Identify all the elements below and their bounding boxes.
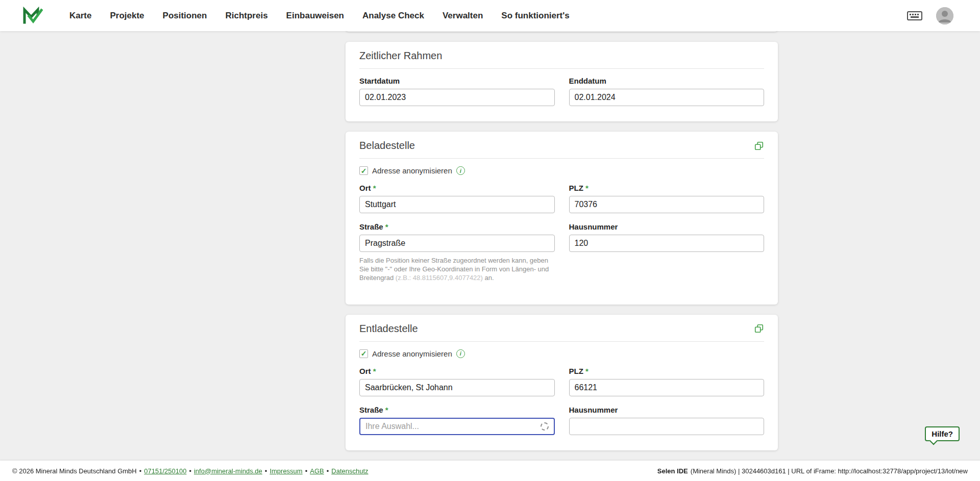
beladestelle-plz-input[interactable] <box>569 196 765 213</box>
copy-icon[interactable] <box>754 141 764 151</box>
separator: • <box>327 467 329 475</box>
entladestelle-plz-label: PLZ * <box>569 367 765 375</box>
required-asterisk: * <box>585 367 589 375</box>
nav-item-so-funktionierts[interactable]: So funktioniert's <box>501 11 569 21</box>
entladestelle-strasse-field: Straße * <box>359 406 555 435</box>
anonymize-label: Adresse anonymisieren <box>372 349 452 358</box>
nav-item-richtpreis[interactable]: Richtpreis <box>225 11 267 21</box>
loading-spinner-icon <box>541 422 549 431</box>
footer-link-impressum[interactable]: Impressum <box>270 467 302 475</box>
person-icon <box>936 7 953 24</box>
entladestelle-plz-field: PLZ * <box>569 367 765 396</box>
beladestelle-card: Beladestelle ✓ Adresse anonymisieren i <box>346 132 778 305</box>
nav-item-karte[interactable]: Karte <box>69 11 91 21</box>
required-asterisk: * <box>385 406 388 414</box>
nav-item-einbauweisen[interactable]: Einbauweisen <box>286 11 344 21</box>
anonymize-label: Adresse anonymisieren <box>372 166 452 175</box>
required-asterisk: * <box>385 222 388 231</box>
beladestelle-ort-label: Ort * <box>359 184 555 192</box>
divider <box>359 158 764 159</box>
footer-link-datenschutz[interactable]: Datenschutz <box>331 467 368 475</box>
beladestelle-strasse-input[interactable] <box>359 235 555 252</box>
entladestelle-ort-input[interactable] <box>359 379 555 396</box>
logo-icon <box>22 6 43 26</box>
startdatum-field: Startdatum <box>359 77 555 106</box>
beladestelle-card-title: Beladestelle <box>359 140 415 151</box>
anonymize-row: ✓ Adresse anonymisieren i <box>359 349 764 358</box>
navbar-right <box>906 7 980 24</box>
beladestelle-ort-input[interactable] <box>359 196 555 213</box>
hint-coords: (z.B.: 48.8115607,9.4077422) <box>396 274 483 282</box>
copyright-text: © 2026 Mineral Minds Deutschland GmbH <box>12 467 137 475</box>
entladestelle-hausnummer-input[interactable] <box>569 418 765 435</box>
beladestelle-strasse-label: Straße * <box>359 222 555 231</box>
mineral-minds-logo[interactable] <box>22 6 43 26</box>
contact-card: Anrede, Titel, Vorname, Nachname, Tel.-N… <box>346 31 778 32</box>
session-details: (Mineral Minds) | 30244603d161 | URL of … <box>691 467 968 475</box>
timeframe-card: Zeitlicher Rahmen Startdatum Enddatum <box>346 42 778 121</box>
form-column: Anrede, Titel, Vorname, Nachname, Tel.-N… <box>346 31 778 450</box>
footer-left: © 2026 Mineral Minds Deutschland GmbH • … <box>12 467 369 475</box>
label-text: PLZ <box>569 367 583 375</box>
label-text: PLZ <box>569 184 583 192</box>
beladestelle-ort-field: Ort * <box>359 184 555 213</box>
main-nav: Karte Projekte Positionen Richtpreis Ein… <box>69 11 570 21</box>
label-text: Ort <box>359 367 371 375</box>
nav-item-projekte[interactable]: Projekte <box>110 11 144 21</box>
footer-link-phone[interactable]: 07151/250100 <box>144 467 186 475</box>
footer-link-agb[interactable]: AGB <box>310 467 324 475</box>
session-debug-info: Selen IDE (Mineral Minds) | 30244603d161… <box>657 467 968 475</box>
nav-item-verwalten[interactable]: Verwalten <box>443 11 483 21</box>
startdatum-input[interactable] <box>359 89 555 106</box>
label-text: Straße <box>359 222 383 231</box>
anonymize-checkbox[interactable]: ✓ <box>359 349 368 358</box>
check-icon: ✓ <box>361 350 367 357</box>
beladestelle-hausnummer-input[interactable] <box>569 235 765 252</box>
divider <box>359 68 764 69</box>
keyboard-icon[interactable] <box>906 9 923 22</box>
label-text: Ort <box>359 184 371 192</box>
content-area: Anrede, Titel, Vorname, Nachname, Tel.-N… <box>0 31 980 461</box>
timeframe-card-title: Zeitlicher Rahmen <box>359 50 442 62</box>
info-icon[interactable]: i <box>456 349 465 358</box>
beladestelle-plz-label: PLZ * <box>569 184 765 192</box>
anonymize-checkbox[interactable]: ✓ <box>359 166 368 175</box>
startdatum-label: Startdatum <box>359 77 555 85</box>
entladestelle-strasse-input[interactable] <box>365 422 541 431</box>
beladestelle-hausnummer-label: Hausnummer <box>569 222 765 231</box>
copy-icon[interactable] <box>754 323 764 334</box>
help-button[interactable]: Hilfe? <box>925 426 960 441</box>
enddatum-input[interactable] <box>569 89 765 106</box>
separator: • <box>139 467 142 475</box>
entladestelle-hausnummer-label: Hausnummer <box>569 406 765 414</box>
check-icon: ✓ <box>361 167 367 174</box>
entladestelle-card: Entladestelle ✓ Adresse anonymisieren i <box>346 315 778 450</box>
anonymize-row: ✓ Adresse anonymisieren i <box>359 166 764 175</box>
top-navbar: Karte Projekte Positionen Richtpreis Ein… <box>0 0 980 31</box>
separator: • <box>265 467 267 475</box>
enddatum-label: Enddatum <box>569 77 765 85</box>
beladestelle-strasse-field: Straße * Falls die Position keiner Straß… <box>359 222 555 289</box>
user-avatar[interactable] <box>936 7 953 24</box>
entladestelle-card-title: Entladestelle <box>359 323 418 335</box>
required-asterisk: * <box>585 184 589 192</box>
label-text: Straße <box>359 406 383 414</box>
separator: • <box>189 467 191 475</box>
nav-item-positionen[interactable]: Positionen <box>163 11 207 21</box>
divider <box>359 341 764 342</box>
footer: © 2026 Mineral Minds Deutschland GmbH • … <box>0 461 980 481</box>
info-icon[interactable]: i <box>456 166 465 175</box>
required-asterisk: * <box>373 367 376 375</box>
beladestelle-hausnummer-field: Hausnummer <box>569 222 765 289</box>
entladestelle-ort-label: Ort * <box>359 367 555 375</box>
entladestelle-plz-input[interactable] <box>569 379 765 396</box>
entladestelle-hausnummer-field: Hausnummer <box>569 406 765 435</box>
enddatum-field: Enddatum <box>569 77 765 106</box>
strasse-hint: Falls die Position keiner Straße zugeord… <box>359 257 555 283</box>
hint-end: an. <box>485 274 494 282</box>
required-asterisk: * <box>373 184 376 192</box>
nav-item-analyse-check[interactable]: Analyse Check <box>362 11 424 21</box>
footer-link-email[interactable]: info@mineral-minds.de <box>194 467 262 475</box>
separator: • <box>305 467 308 475</box>
entladestelle-ort-field: Ort * <box>359 367 555 396</box>
